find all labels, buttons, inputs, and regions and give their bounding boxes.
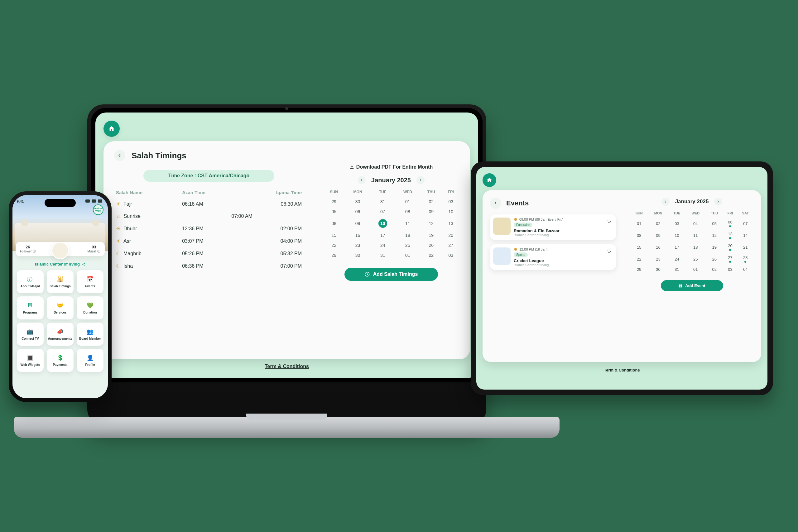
tile-programs[interactable]: 🖥Programs — [17, 297, 44, 320]
calendar-day[interactable]: 04 — [685, 217, 705, 229]
calendar-day[interactable]: 03 — [442, 250, 459, 260]
calendar-day[interactable]: 20 — [442, 230, 459, 240]
calendar-day[interactable]: 27 — [442, 240, 459, 250]
calendar-day[interactable]: 29 — [323, 197, 345, 207]
calendar-day[interactable]: 11 — [685, 229, 705, 241]
calendar-day[interactable]: 06 — [723, 217, 737, 229]
calendar-day[interactable]: 10 — [668, 229, 685, 241]
calendar-day[interactable]: 05 — [323, 207, 345, 216]
home-button[interactable] — [482, 173, 496, 187]
calendar-day[interactable]: 22 — [630, 253, 648, 265]
calendar-day[interactable]: 15 — [323, 230, 345, 240]
calendar-day[interactable]: 23 — [648, 253, 668, 265]
back-button[interactable] — [114, 150, 125, 161]
calendar-day[interactable]: 09 — [420, 207, 442, 216]
add-salah-timings-button[interactable]: Add Salah Timings — [344, 268, 438, 281]
calendar-day[interactable]: 03 — [442, 197, 459, 207]
calendar-day[interactable]: 18 — [395, 230, 420, 240]
calendar-day[interactable]: 02 — [705, 265, 723, 274]
calendar-day[interactable]: 26 — [705, 253, 723, 265]
calendar-day[interactable]: 26 — [420, 240, 442, 250]
calendar-day[interactable]: 02 — [420, 250, 442, 260]
calendar-day[interactable]: 07 — [737, 217, 754, 229]
month-next[interactable] — [714, 197, 722, 206]
calendar-day[interactable]: 16 — [648, 241, 668, 253]
calendar-day[interactable]: 13 — [442, 216, 459, 230]
calendar-day[interactable]: 09 — [648, 229, 668, 241]
calendar-day[interactable]: 09 — [345, 216, 370, 230]
calendar-day[interactable]: 14 — [737, 229, 754, 241]
calendar-day[interactable]: 24 — [668, 253, 685, 265]
calendar-day[interactable]: 10 — [370, 216, 395, 230]
calendar-day[interactable]: 01 — [685, 265, 705, 274]
calendar-day[interactable]: 07 — [370, 207, 395, 216]
calendar-day[interactable]: 22 — [323, 240, 345, 250]
calendar-day[interactable]: 27 — [723, 253, 737, 265]
calendar-day[interactable]: 08 — [323, 216, 345, 230]
calendar-day[interactable]: 31 — [370, 250, 395, 260]
calendar-day[interactable]: 30 — [345, 197, 370, 207]
back-button[interactable] — [490, 197, 501, 209]
feature-walk-button[interactable]: Feature Walk — [93, 205, 103, 215]
calendar-day[interactable]: 17 — [370, 230, 395, 240]
calendar-day[interactable]: 31 — [370, 197, 395, 207]
calendar-day[interactable]: 15 — [630, 241, 648, 253]
calendar-day[interactable]: 05 — [705, 217, 723, 229]
calendar-day[interactable]: 20 — [723, 241, 737, 253]
tile-announcements[interactable]: 📣Announcements — [47, 323, 74, 346]
tile-board-member[interactable]: 👥Board Member — [77, 323, 103, 346]
calendar-day[interactable]: 08 — [395, 207, 420, 216]
download-pdf-link[interactable]: Download PDF For Entire Month — [323, 164, 459, 170]
terms-link[interactable]: Term & Conditions — [482, 368, 761, 373]
calendar-day[interactable]: 25 — [395, 240, 420, 250]
tile-payments[interactable]: 💲Payments — [47, 349, 74, 372]
tile-about-masjid[interactable]: ⓘAbout Masjid — [17, 270, 44, 293]
tile-donation[interactable]: 💚Donation — [77, 297, 103, 320]
calendar-day[interactable]: 29 — [323, 250, 345, 260]
home-button[interactable] — [103, 120, 120, 137]
calendar-day[interactable]: 30 — [648, 265, 668, 274]
tile-profile[interactable]: 👤Profile — [77, 349, 103, 372]
calendar-day[interactable]: 01 — [395, 197, 420, 207]
calendar-day[interactable]: 16 — [345, 230, 370, 240]
calendar-day[interactable]: 21 — [737, 241, 754, 253]
calendar-day[interactable]: 23 — [345, 240, 370, 250]
tile-salah-timings[interactable]: 🕌Salah Timings — [47, 270, 74, 293]
calendar-day[interactable]: 12 — [420, 216, 442, 230]
refresh-icon[interactable] — [605, 217, 613, 225]
calendar-day[interactable]: 06 — [345, 207, 370, 216]
calendar-day[interactable]: 24 — [370, 240, 395, 250]
refresh-icon[interactable] — [605, 247, 613, 255]
calendar-day[interactable]: 19 — [420, 230, 442, 240]
calendar-day[interactable]: 04 — [737, 265, 754, 274]
calendar-day[interactable]: 18 — [685, 241, 705, 253]
calendar-day[interactable]: 28 — [737, 253, 754, 265]
calendar-day[interactable]: 19 — [705, 241, 723, 253]
tile-connect-tv[interactable]: 📺Connect TV — [17, 323, 44, 346]
calendar-day[interactable]: 31 — [668, 265, 685, 274]
event-card[interactable]: 12:00 PM (18 Jan)SportsCricket LeagueIsl… — [490, 244, 616, 270]
calendar-day[interactable]: 03 — [723, 265, 737, 274]
calendar-day[interactable]: 10 — [442, 207, 459, 216]
calendar-day[interactable]: 08 — [630, 229, 648, 241]
calendar-day[interactable]: 12 — [705, 229, 723, 241]
avatar[interactable] — [52, 242, 69, 259]
tile-services[interactable]: 🤝Services — [47, 297, 74, 320]
month-prev[interactable] — [662, 197, 669, 206]
add-event-button[interactable]: Add Event — [661, 280, 723, 291]
terms-link[interactable]: Term & Conditions — [103, 364, 470, 369]
calendar-day[interactable]: 01 — [395, 250, 420, 260]
calendar-day[interactable]: 13 — [723, 229, 737, 241]
calendar-day[interactable]: 02 — [648, 217, 668, 229]
calendar-day[interactable]: 11 — [395, 216, 420, 230]
calendar-day[interactable]: 01 — [630, 217, 648, 229]
month-next[interactable] — [416, 176, 424, 184]
calendar-day[interactable]: 30 — [345, 250, 370, 260]
calendar-day[interactable]: 25 — [685, 253, 705, 265]
calendar-day[interactable]: 17 — [668, 241, 685, 253]
event-card[interactable]: 09:00 PM (09 Jan-Every Fri.)FundraiseRam… — [490, 214, 616, 240]
calendar-day[interactable]: 03 — [668, 217, 685, 229]
month-prev[interactable] — [358, 176, 366, 184]
tile-events[interactable]: 📅Events — [77, 270, 103, 293]
calendar-day[interactable]: 02 — [420, 197, 442, 207]
